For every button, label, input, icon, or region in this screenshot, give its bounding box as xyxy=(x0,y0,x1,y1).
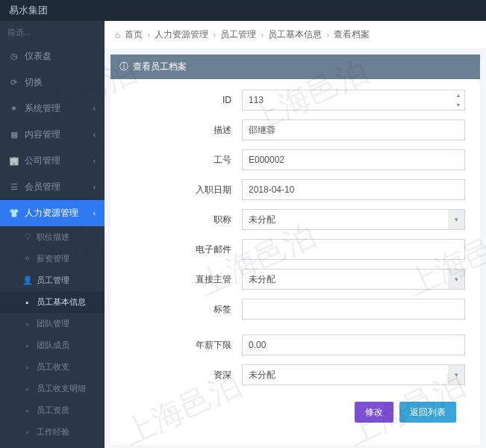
dot-icon: ▫ xyxy=(22,427,32,437)
dot-icon: ▫ xyxy=(22,340,32,350)
menu-icon: ☰ xyxy=(9,182,19,192)
nav-content[interactable]: ▦ 内容管理 ‹ xyxy=(0,122,105,148)
crumb-item[interactable]: 员工管理 xyxy=(220,28,256,41)
subnav-employee-basic[interactable]: ▪员工基本信息 xyxy=(0,291,105,313)
subnav-emp-qualification[interactable]: ▫员工资质 xyxy=(0,399,105,421)
label-title: 职称 xyxy=(110,214,242,226)
nav-hr[interactable]: 👕 人力资源管理 ‹ xyxy=(0,200,105,226)
crumb-item: 查看档案 xyxy=(334,28,370,41)
heart-icon: ♡ xyxy=(22,232,32,242)
label-hiredate: 入职日期 xyxy=(110,184,242,196)
main-area: ⌂ 首页 › 人力资源管理 › 员工管理 › 员工基本信息 › 查看档案 ⓘ 查… xyxy=(105,21,486,448)
topbar: 易水集团 xyxy=(0,0,486,21)
chevron-left-icon: ‹ xyxy=(93,183,96,191)
subnav-employee[interactable]: 👤员工管理 xyxy=(0,270,105,291)
input-hiredate[interactable] xyxy=(242,179,465,200)
dot-icon: ▫ xyxy=(22,405,32,415)
select-seniority[interactable] xyxy=(242,364,465,385)
nav-company[interactable]: 🏢 公司管理 ‹ xyxy=(0,148,105,174)
stepper-down-icon[interactable]: ▼ xyxy=(452,100,464,110)
input-email[interactable] xyxy=(242,239,465,260)
sidebar: ◷ 仪表盘 ⟳ 切换 ✶ 系统管理 ‹ ▦ 内容管理 ‹ 🏢 公司管理 ‹ ☰ … xyxy=(0,21,105,448)
grid-icon: ▦ xyxy=(9,130,19,140)
info-icon: ⓘ xyxy=(119,60,128,73)
label-tag: 标签 xyxy=(110,303,242,316)
subnav-jobdesc[interactable]: ♡职位描述 xyxy=(0,226,105,248)
crumb-home[interactable]: 首页 xyxy=(125,28,143,41)
shirt-icon: 👕 xyxy=(9,208,19,218)
separator-icon: › xyxy=(261,30,264,40)
label-email: 电子邮件 xyxy=(110,243,242,256)
subnav-education[interactable]: ▫教育经历 xyxy=(0,443,105,448)
crumb-item[interactable]: 员工基本信息 xyxy=(268,28,322,41)
label-desc: 描述 xyxy=(110,124,242,137)
dot-icon: ▫ xyxy=(22,362,32,372)
breadcrumb: ⌂ 首页 › 人力资源管理 › 员工管理 › 员工基本信息 › 查看档案 xyxy=(105,21,486,49)
nav-label: 人力资源管理 xyxy=(25,207,78,220)
nav-dashboard[interactable]: ◷ 仪表盘 xyxy=(0,43,105,69)
label-id: ID xyxy=(110,95,242,105)
label-manager: 直接主管 xyxy=(110,273,242,286)
chevron-left-icon: ‹ xyxy=(93,131,96,139)
label-seniority: 资深 xyxy=(110,369,242,382)
subnav-team-members[interactable]: ▫团队成员 xyxy=(0,335,105,356)
nav-label: 会员管理 xyxy=(25,181,60,193)
edit-button[interactable]: 修改 xyxy=(355,402,393,423)
subnav-team-mgmt[interactable]: ▫团队管理 xyxy=(0,313,105,335)
chevron-left-icon: ‹ xyxy=(93,209,96,217)
input-salarymin[interactable] xyxy=(242,335,465,355)
nav-label: 内容管理 xyxy=(25,128,60,141)
user-icon: 👤 xyxy=(22,276,32,285)
sidebar-search[interactable] xyxy=(0,21,105,43)
nav-system[interactable]: ✶ 系统管理 ‹ xyxy=(0,96,105,122)
input-empno[interactable] xyxy=(242,149,465,170)
dot-icon: ▫ xyxy=(22,384,32,393)
subnav-salary[interactable]: ✧薪资管理 xyxy=(0,248,105,270)
building-icon: 🏢 xyxy=(9,156,19,166)
chevron-left-icon: ‹ xyxy=(93,157,96,165)
nav-label: 仪表盘 xyxy=(25,50,52,63)
input-id[interactable] xyxy=(242,90,465,111)
separator-icon: › xyxy=(326,30,329,40)
gauge-icon: ◷ xyxy=(9,52,19,61)
select-manager[interactable] xyxy=(242,269,465,290)
back-button[interactable]: 返回列表 xyxy=(399,402,456,423)
stepper-up-icon[interactable]: ▲ xyxy=(452,90,464,100)
nav-label: 公司管理 xyxy=(25,155,60,167)
label-salarymin: 年薪下限 xyxy=(110,339,242,352)
dot-icon: ▫ xyxy=(22,319,32,329)
home-icon: ⌂ xyxy=(115,30,120,40)
subnav-work-exp[interactable]: ▫工作经验 xyxy=(0,421,105,443)
separator-icon: › xyxy=(147,30,150,40)
nav-member[interactable]: ☰ 会员管理 ‹ xyxy=(0,174,105,200)
input-desc[interactable] xyxy=(242,119,465,140)
select-title[interactable] xyxy=(242,209,465,230)
label-empno: 工号 xyxy=(110,154,242,167)
panel-header: ⓘ 查看员工档案 xyxy=(110,55,480,79)
nav-switch[interactable]: ⟳ 切换 xyxy=(0,69,105,96)
crumb-item[interactable]: 人力资源管理 xyxy=(155,28,208,41)
refresh-icon: ⟳ xyxy=(9,78,19,87)
panel: ⓘ 查看员工档案 ID ▲ ▼ xyxy=(110,55,480,445)
subnav-emp-payroll[interactable]: ▫员工收支 xyxy=(0,356,105,378)
gear-icon: ✶ xyxy=(9,104,19,113)
brand-name: 易水集团 xyxy=(9,4,48,17)
nav-label: 系统管理 xyxy=(25,102,60,115)
input-tag[interactable] xyxy=(242,299,465,320)
subnav-emp-payroll-detail[interactable]: ▫员工收支明细 xyxy=(0,378,105,399)
separator-icon: › xyxy=(213,30,216,40)
sparkle-icon: ✧ xyxy=(22,254,32,264)
panel-title: 查看员工档案 xyxy=(133,60,187,73)
dot-icon: ▪ xyxy=(22,297,32,307)
search-input[interactable] xyxy=(7,28,97,37)
nav-label: 切换 xyxy=(25,76,43,89)
chevron-left-icon: ‹ xyxy=(93,105,96,113)
